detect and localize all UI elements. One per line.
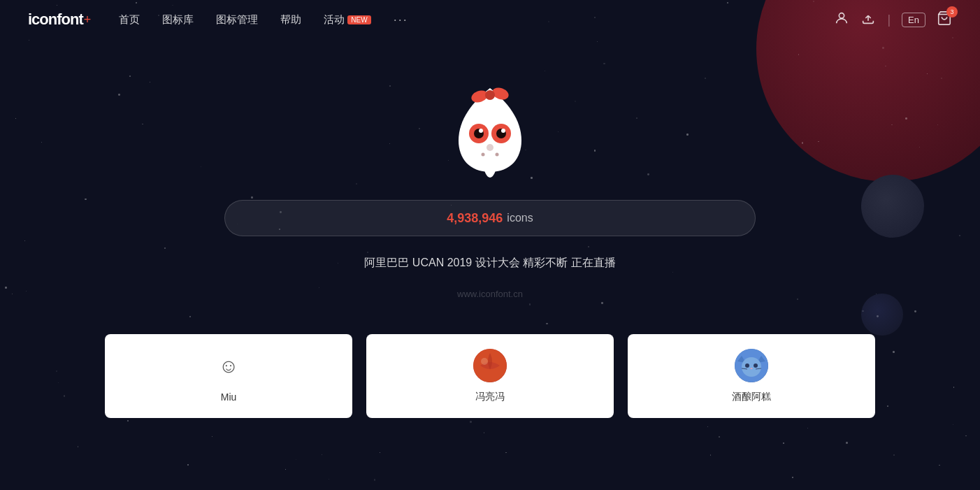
nav-more-dots[interactable]: ···	[394, 13, 408, 27]
card-jiujiu[interactable]: 酒酿阿糕	[628, 334, 875, 418]
icon-count: 4,938,946	[447, 211, 503, 226]
nav-item-library[interactable]: 图标库	[162, 13, 194, 27]
cart-icon[interactable]: 3	[937, 10, 952, 29]
svg-point-13	[496, 153, 499, 157]
svg-point-12	[482, 153, 485, 157]
logo[interactable]: iconfont+	[28, 10, 91, 29]
card-name-fengliangfeng: 冯亮冯	[475, 391, 505, 403]
avatar-fengliangfeng	[473, 349, 507, 382]
svg-point-20	[745, 363, 749, 368]
search-container: 4,938,946 icons	[224, 200, 756, 236]
logo-plus: +	[84, 13, 92, 27]
svg-point-11	[487, 144, 493, 151]
svg-point-21	[754, 363, 758, 368]
banner-text: 阿里巴巴 UCAN 2019 设计大会 精彩不断 正在直播	[364, 256, 615, 271]
nav-item-activity[interactable]: 活动NEW	[324, 13, 370, 27]
nav-item-manage[interactable]: 图标管理	[216, 13, 258, 27]
card-fengliangfeng[interactable]: 冯亮冯	[366, 334, 614, 418]
header: iconfont+ 首页 图标库 图标管理 帮助 活动NEW ··· | En	[0, 0, 980, 39]
url-watermark: www.iconfont.cn	[457, 289, 523, 299]
nav-item-home[interactable]: 首页	[119, 13, 140, 27]
logo-text: iconfont	[28, 10, 83, 29]
cards-section: ☺ Miu 冯亮冯	[0, 334, 980, 418]
header-divider: |	[887, 13, 891, 27]
user-icon[interactable]	[834, 10, 849, 29]
card-name-jiujiu: 酒酿阿糕	[732, 391, 771, 403]
header-right: | En 3	[834, 10, 952, 29]
svg-point-19	[742, 357, 761, 377]
card-name-miu: Miu	[221, 391, 237, 403]
svg-point-4	[485, 90, 495, 100]
nav-item-help[interactable]: 帮助	[280, 13, 301, 27]
main-nav: 首页 图标库 图标管理 帮助 活动NEW ···	[119, 13, 834, 27]
avatar-jiujiu	[735, 349, 768, 382]
main-content: 4,938,946 icons 阿里巴巴 UCAN 2019 设计大会 精彩不断…	[0, 39, 980, 299]
svg-point-10	[501, 129, 505, 133]
cart-badge: 3	[946, 6, 958, 17]
svg-point-15	[481, 358, 488, 365]
svg-point-9	[479, 129, 483, 133]
upload-icon[interactable]	[860, 10, 876, 29]
svg-point-0	[840, 13, 844, 17]
lang-button[interactable]: En	[902, 13, 925, 27]
card-miu[interactable]: ☺ Miu	[105, 334, 352, 418]
mascot	[448, 81, 532, 179]
search-bar[interactable]: 4,938,946 icons	[224, 200, 756, 236]
icon-label: icons	[507, 212, 533, 224]
planet-medium-right	[861, 294, 903, 336]
activity-badge: NEW	[347, 15, 370, 24]
miu-smiley-icon: ☺	[219, 355, 239, 377]
avatar-miu: ☺	[212, 350, 245, 383]
